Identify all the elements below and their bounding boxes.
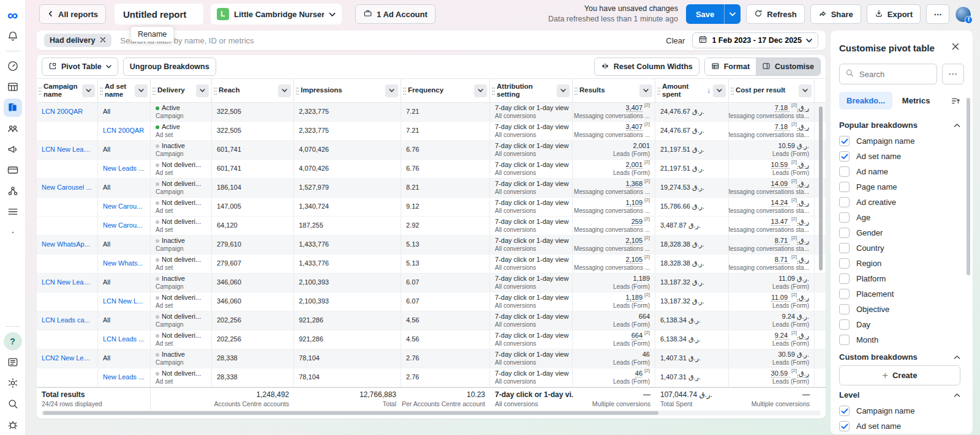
more-options-button[interactable]: ⋯ [926, 4, 949, 24]
checkbox[interactable] [839, 166, 850, 177]
column-menu-chevron-icon[interactable] [385, 84, 398, 97]
audiences-people-icon[interactable] [4, 119, 22, 138]
breakdown-option[interactable]: Gender [839, 225, 960, 240]
date-range-picker[interactable]: 1 Feb 2023 - 17 Dec 2025 [692, 32, 818, 48]
drag-handle-dots[interactable] [731, 87, 732, 89]
table-row[interactable]: LCN Leads ca...AllNot deliveri...Campaig… [37, 311, 826, 330]
campaign-name-link[interactable]: LCN2 New Lea... [42, 354, 92, 363]
breakdown-option[interactable]: Age [839, 210, 960, 225]
refresh-button[interactable]: Refresh [746, 4, 804, 24]
ad-set-name-link[interactable]: LCN New L... [103, 297, 145, 306]
checkbox[interactable] [839, 228, 850, 238]
column-header-amount-spent[interactable]: Amount spent↓ [655, 79, 729, 102]
drag-handle-dots[interactable] [657, 87, 658, 89]
column-header-campaign-name[interactable]: Campaign name [37, 79, 98, 102]
customise-button[interactable]: Customise [756, 58, 820, 75]
ads-reporting-icon[interactable] [4, 99, 22, 117]
settings-gear-icon[interactable] [4, 374, 22, 392]
sort-descending-icon[interactable]: ↓ [707, 86, 710, 95]
reorder-sort-icon[interactable] [947, 92, 964, 110]
breakdown-option[interactable]: Page name [839, 179, 960, 195]
table-row[interactable]: LCN New Lead...AllInactiveCampaign346,06… [37, 273, 826, 292]
tab-metrics[interactable]: Metrics [895, 92, 938, 110]
ad-set-name-link[interactable]: New Carou... [103, 203, 145, 211]
report-bug-icon[interactable] [4, 415, 22, 434]
custom-breakdowns-section-header[interactable]: Custom breakdowns [839, 352, 960, 362]
table-row[interactable]: New WhatsAp...AllInactiveCampaign279,610… [37, 236, 826, 255]
report-title-input[interactable]: Untitled report [115, 4, 203, 24]
had-delivery-filter-chip[interactable]: Had delivery [44, 34, 111, 47]
campaign-name-link[interactable]: LCN 200QAR [42, 108, 92, 116]
format-button[interactable]: Format [705, 58, 756, 75]
drag-handle-dots[interactable] [575, 87, 576, 89]
checkbox[interactable] [839, 243, 850, 253]
reset-column-widths-button[interactable]: Reset Column Widths [594, 58, 699, 76]
clear-filters-link[interactable]: Clear [666, 36, 685, 45]
panel-scrollbar[interactable] [967, 98, 970, 275]
column-menu-chevron-icon[interactable] [278, 84, 291, 97]
checkbox[interactable] [839, 319, 850, 330]
ad-set-name-link[interactable]: New Whats... [103, 259, 145, 268]
campaign-name-link[interactable]: LCN New Lead... [42, 278, 92, 287]
campaign-name-link[interactable]: LCN Leads ca... [42, 316, 92, 325]
drag-handle-dots[interactable] [39, 87, 40, 89]
share-button[interactable]: Share [810, 4, 861, 24]
drag-handle-dots[interactable] [296, 87, 297, 89]
column-header-results[interactable]: Results [573, 79, 655, 102]
filter-search-input[interactable]: Search to filter by name, ID or metrics [120, 36, 666, 45]
drag-handle-dots[interactable] [214, 87, 215, 89]
search-icon[interactable] [4, 395, 22, 413]
ad-set-name-link[interactable]: New Leads ... [103, 165, 145, 173]
drag-handle-dots[interactable] [153, 87, 154, 89]
remove-filter-x-icon[interactable] [100, 36, 106, 45]
drag-handle-dots[interactable] [492, 87, 493, 89]
campaign-name-link[interactable]: New WhatsAp... [42, 240, 92, 249]
level-option[interactable]: Campaign name [839, 403, 960, 418]
meta-logo-icon[interactable]: ∞ [4, 6, 22, 24]
panel-search-field[interactable] [839, 64, 937, 84]
breakdown-option[interactable]: Country [839, 240, 960, 256]
all-reports-back-button[interactable]: All reports [39, 4, 106, 24]
table-row[interactable]: LCN New L...Not deliveri...Ad set346,060… [37, 292, 826, 311]
export-button[interactable]: Export [867, 4, 921, 24]
ads-megaphone-icon[interactable] [4, 140, 22, 158]
column-menu-chevron-icon[interactable] [799, 84, 812, 97]
checkbox[interactable] [839, 212, 850, 223]
help-icon[interactable]: ? [4, 332, 22, 351]
checkbox[interactable] [839, 304, 850, 314]
checkbox[interactable] [839, 182, 850, 192]
breakdown-option[interactable]: Placement [839, 286, 960, 302]
checkbox[interactable] [839, 151, 850, 162]
breakdown-option[interactable]: Region [839, 256, 960, 271]
table-row[interactable]: New Leads ...Not deliveri...Ad set601,74… [37, 160, 826, 179]
checkbox[interactable] [839, 258, 850, 269]
checkbox[interactable] [839, 197, 850, 207]
column-header-frequency[interactable]: Frequency [401, 79, 490, 102]
column-menu-chevron-icon[interactable] [82, 84, 95, 97]
tab-breakdowns[interactable]: Breakdo... [839, 92, 892, 110]
column-header-attribution-setting[interactable]: Attribution setting [490, 79, 573, 102]
column-header-ad-set-name[interactable]: Ad set name [98, 79, 151, 102]
level-section-header[interactable]: Level [839, 390, 960, 400]
notifications-bell-icon[interactable] [4, 27, 22, 45]
drag-handle-dots[interactable] [100, 87, 101, 89]
checkbox[interactable] [839, 335, 850, 345]
table-row[interactable]: LCN Leads ...Not deliveri...Ad set202,25… [37, 330, 826, 349]
table-row[interactable]: New Carou...Not deliveri...Ad set147,005… [37, 198, 826, 217]
close-panel-button[interactable] [947, 39, 964, 56]
ad-account-count-button[interactable]: 1 Ad Account [355, 4, 435, 24]
table-row[interactable]: New Carousel ...AllNot deliveri...Campai… [37, 179, 826, 198]
column-header-reach[interactable]: Reach [212, 79, 294, 102]
table-row[interactable]: LCN 200QARAllActiveCampaign322,5052,323,… [37, 103, 826, 122]
column-header-impressions[interactable]: Impressions [294, 79, 401, 102]
column-menu-chevron-icon[interactable] [713, 84, 726, 97]
all-tools-menu-icon[interactable] [4, 203, 22, 221]
ad-set-name-link[interactable]: New Leads ... [103, 373, 145, 382]
breakdown-option[interactable]: Day [839, 317, 960, 332]
campaign-name-link[interactable]: New Carousel ... [42, 184, 92, 192]
column-menu-chevron-icon[interactable] [557, 84, 570, 97]
breakdown-option[interactable]: Objective [839, 302, 960, 317]
popular-breakdowns-section-header[interactable]: Popular breakdowns [839, 121, 960, 130]
breakdown-option[interactable]: Month [839, 332, 960, 348]
checkbox[interactable] [839, 289, 850, 299]
